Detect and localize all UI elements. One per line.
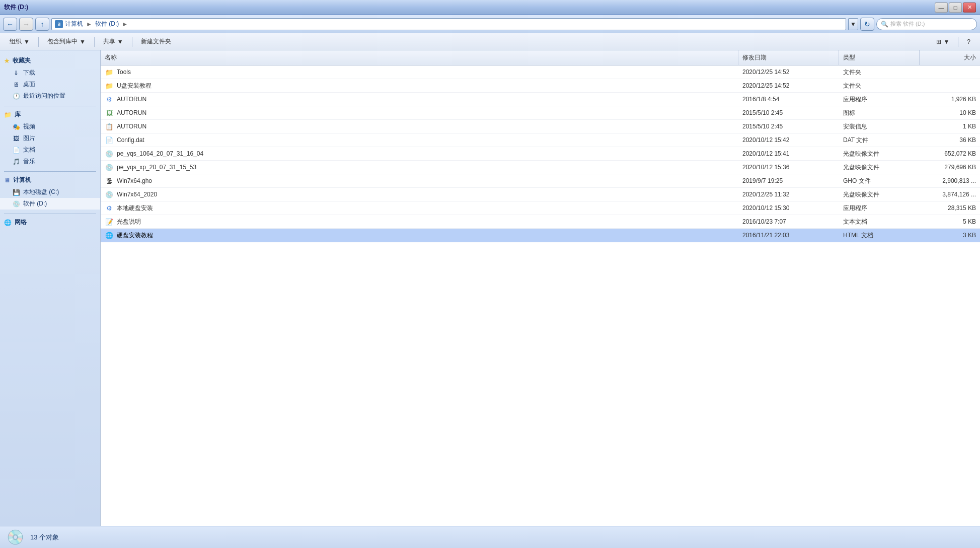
file-name-cell: 📁 Tools [101,65,738,79]
pictures-icon: 🖼 [12,134,20,143]
file-row[interactable]: 📋 AUTORUN 2015/5/10 2:45 安装信息 1 KB [101,120,980,133]
file-name: U盘安装教程 [117,82,152,90]
file-name: pe_yqs_1064_20_07_31_16_04 [117,150,203,157]
file-modified: 2020/10/12 15:42 [738,134,839,146]
back-button[interactable]: ← [3,18,17,31]
sidebar-network-header[interactable]: 🌐 网络 [0,216,100,229]
sidebar-item-music[interactable]: 🎵 音乐 [0,156,100,167]
sidebar-favorites-header[interactable]: ★ 收藏夹 [0,54,100,67]
music-icon: 🎵 [12,158,20,166]
col-header-type[interactable]: 类型 [839,50,920,65]
statusbar: 💿 13 个对象 [0,526,980,548]
sidebar-item-desktop[interactable]: 🖥 桌面 [0,79,100,90]
file-icon: 💿 [105,190,114,199]
file-modified: 2020/10/12 15:30 [738,202,839,214]
file-name: Win7x64_2020 [117,191,157,198]
col-header-name[interactable]: 名称 [101,50,738,65]
file-icon: ⚙ [105,203,114,213]
share-button[interactable]: 共享 ▼ [98,35,129,48]
file-row[interactable]: 📄 Config.dat 2020/10/12 15:42 DAT 文件 36 … [101,133,980,147]
forward-button[interactable]: → [19,18,33,31]
file-icon: 🖼 [105,108,114,117]
sidebar-item-drive-d[interactable]: 💿 软件 (D:) [0,198,100,210]
minimize-button[interactable]: — [935,3,948,13]
col-header-modified[interactable]: 修改日期 [738,50,839,65]
file-list: 📁 Tools 2020/12/25 14:52 文件夹 📁 U盘安装教程 20… [101,65,980,242]
library-button[interactable]: 包含到库中 ▼ [42,35,91,48]
close-button[interactable]: ✕ [963,3,976,13]
sidebar-item-video[interactable]: 🎭 视频 [0,121,100,132]
path-separator-2: ► [122,21,128,28]
file-size: 652,072 KB [920,148,980,159]
file-type: HTML 文档 [839,229,920,242]
file-name: Tools [117,68,131,76]
file-modified: 2016/1/8 4:54 [738,94,839,105]
address-path[interactable]: 🖥 计算机 ► 软件 (D:) ► [51,18,846,30]
file-size: 36 KB [920,134,980,146]
toolbar-separator-3 [132,37,132,47]
sidebar-item-drive-d-label: 软件 (D:) [23,199,47,208]
sidebar-item-downloads[interactable]: ⇓ 下载 [0,67,100,79]
search-box[interactable]: 🔍 搜索 软件 (D:) [876,18,977,30]
documents-icon: 📄 [12,146,20,154]
file-row[interactable]: 📁 U盘安装教程 2020/12/25 14:52 文件夹 [101,79,980,93]
refresh-button[interactable]: ↻ [860,18,874,31]
file-row[interactable]: 🖼 AUTORUN 2015/5/10 2:45 图标 10 KB [101,106,980,120]
sidebar-library-header[interactable]: 📁 库 [0,108,100,121]
library-label: 包含到库中 [47,37,78,46]
library-folder-icon: 📁 [4,111,12,118]
up-button[interactable]: ↑ [35,18,49,31]
sidebar-item-documents-label: 文档 [23,146,35,154]
sidebar-library-section: 📁 库 🎭 视频 🖼 图片 📄 文档 🎵 音乐 [0,108,100,167]
file-row[interactable]: 📝 光盘说明 2016/10/23 7:07 文本文档 5 KB [101,215,980,229]
favorites-star-icon: ★ [4,57,10,64]
sidebar-item-pictures[interactable]: 🖼 图片 [0,132,100,144]
file-size: 1,926 KB [920,94,980,105]
file-icon: 📁 [105,81,114,90]
col-header-size[interactable]: 大小 [920,50,980,65]
views-button[interactable]: ⊞ ▼ [931,35,955,48]
file-size: 2,900,813 ... [920,175,980,186]
drive-c-icon: 💾 [12,188,20,196]
maximize-button[interactable]: □ [949,3,962,13]
file-size: 10 KB [920,107,980,118]
file-modified: 2020/10/12 15:41 [738,148,839,159]
sidebar-item-drive-c[interactable]: 💾 本地磁盘 (C:) [0,186,100,198]
new-folder-button[interactable]: 新建文件夹 [135,35,177,48]
help-button[interactable]: ? [961,35,976,48]
sidebar-item-recent[interactable]: 🕐 最近访问的位置 [0,90,100,102]
file-modified: 2020/12/25 14:52 [738,66,839,78]
file-icon: 🗜 [105,176,114,185]
file-name-cell: 📝 光盘说明 [101,215,738,228]
search-icon: 🔍 [881,21,888,28]
file-name: Win7x64.gho [117,177,152,184]
sidebar-item-music-label: 音乐 [23,157,35,166]
file-row[interactable]: 🗜 Win7x64.gho 2019/9/7 19:25 GHO 文件 2,90… [101,174,980,188]
file-row[interactable]: 💿 Win7x64_2020 2020/12/25 11:32 光盘映像文件 3… [101,188,980,201]
file-name: AUTORUN [117,96,146,103]
sidebar-item-documents[interactable]: 📄 文档 [0,144,100,156]
path-computer-label: 计算机 [65,20,83,28]
file-icon: 🌐 [105,231,114,240]
desktop-icon: 🖥 [12,81,20,89]
organize-button[interactable]: 组织 ▼ [4,35,35,48]
file-row[interactable]: 💿 pe_yqs_xp_20_07_31_15_53 2020/10/12 15… [101,161,980,174]
file-row[interactable]: ⚙ AUTORUN 2016/1/8 4:54 应用程序 1,926 KB [101,93,980,106]
statusbar-count: 13 个对象 [30,533,59,542]
file-name-cell: 💿 Win7x64_2020 [101,188,738,201]
file-row[interactable]: ⚙ 本地硬盘安装 2020/10/12 15:30 应用程序 28,315 KB [101,201,980,215]
sidebar-item-video-label: 视频 [23,122,35,131]
address-dropdown[interactable]: ▼ [848,18,858,30]
file-name-cell: 📄 Config.dat [101,133,738,147]
file-size: 1 KB [920,121,980,132]
file-name-cell: 🗜 Win7x64.gho [101,174,738,187]
file-name: 本地硬盘安装 [117,204,153,213]
file-type: 文件夹 [839,66,920,79]
file-row[interactable]: 🌐 硬盘安装教程 2016/11/21 22:03 HTML 文档 3 KB [101,229,980,242]
file-row[interactable]: 📁 Tools 2020/12/25 14:52 文件夹 [101,65,980,79]
network-icon: 🌐 [4,219,12,226]
sidebar-computer-header[interactable]: 🖥 计算机 [0,174,100,186]
search-placeholder: 搜索 软件 (D:) [890,20,925,28]
file-row[interactable]: 💿 pe_yqs_1064_20_07_31_16_04 2020/10/12 … [101,147,980,161]
file-type: 光盘映像文件 [839,161,920,174]
